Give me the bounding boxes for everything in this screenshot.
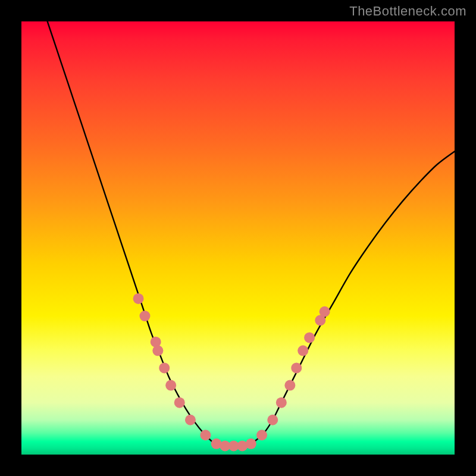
curve-dot bbox=[267, 415, 278, 425]
curve-dot bbox=[133, 293, 144, 304]
curve-dot bbox=[304, 332, 315, 343]
curve-dot bbox=[159, 362, 170, 373]
plot-area bbox=[21, 21, 455, 455]
curve-dot bbox=[276, 397, 287, 408]
curve-dot bbox=[246, 439, 256, 449]
curve-dot bbox=[284, 380, 295, 391]
curve-dot bbox=[291, 362, 302, 373]
curve-dots-group bbox=[133, 293, 330, 452]
curve-dot bbox=[320, 306, 330, 317]
curve-dot bbox=[185, 415, 196, 425]
curve-dot bbox=[152, 345, 163, 356]
watermark-text: TheBottleneck.com bbox=[349, 4, 466, 19]
chart-stage: TheBottleneck.com bbox=[0, 0, 476, 476]
chart-svg bbox=[21, 21, 455, 455]
curve-dot bbox=[174, 397, 185, 408]
curve-dot bbox=[256, 430, 267, 440]
bottleneck-curve bbox=[48, 21, 455, 446]
curve-dot bbox=[298, 345, 308, 356]
curve-dot bbox=[200, 430, 211, 440]
curve-dot bbox=[165, 380, 176, 391]
curve-dot bbox=[139, 311, 150, 321]
